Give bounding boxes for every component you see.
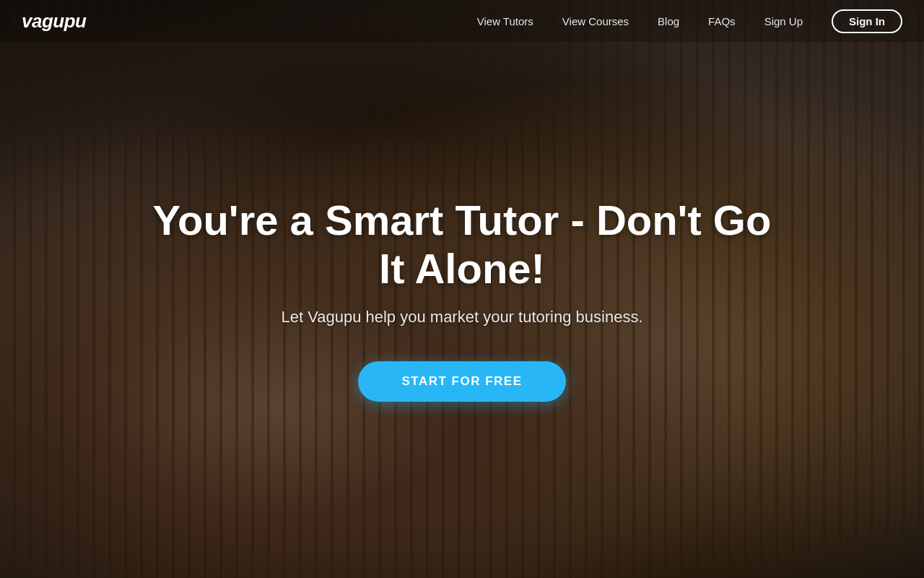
hero-title: You're a Smart Tutor - Don't Go It Alone… (152, 197, 772, 293)
hero-section: vagupu View Tutors View Courses Blog FAQ… (0, 0, 924, 578)
hero-content: You're a Smart Tutor - Don't Go It Alone… (0, 20, 924, 578)
hero-subtitle: Let Vagupu help you market your tutoring… (281, 308, 642, 327)
start-for-free-button[interactable]: START FOR FREE (358, 361, 565, 402)
